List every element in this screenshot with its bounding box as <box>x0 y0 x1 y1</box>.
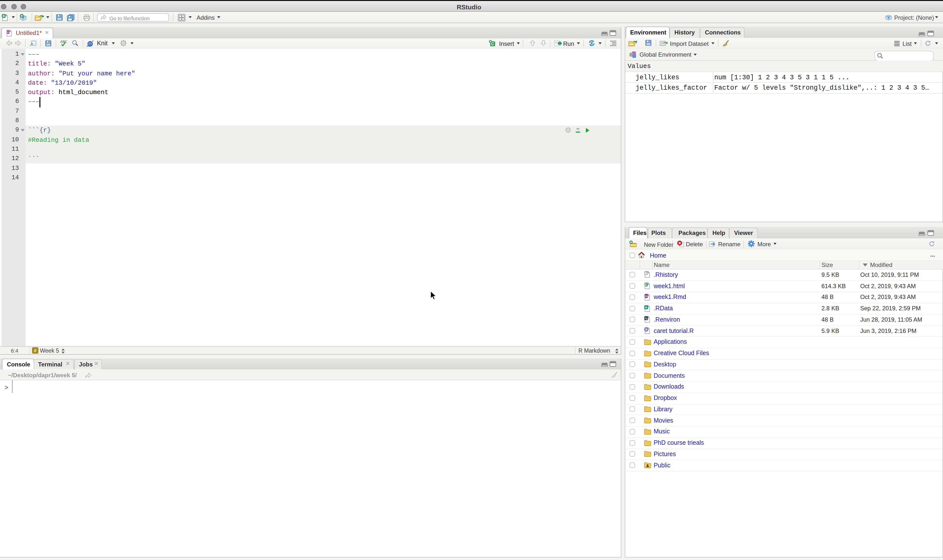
svg-text:Rmd: Rmd <box>6 31 10 33</box>
svg-text:Rmd: Rmd <box>644 295 648 297</box>
svg-text:s: s <box>645 317 646 320</box>
svg-text:R: R <box>645 306 647 309</box>
svg-text:ABC: ABC <box>60 40 68 44</box>
svg-text:R: R <box>888 15 889 19</box>
svg-text:R: R <box>645 328 647 331</box>
svg-text:#: # <box>34 348 36 353</box>
